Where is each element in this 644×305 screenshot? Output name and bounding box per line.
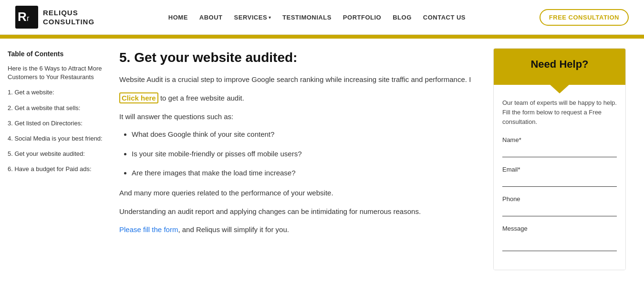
- intro-paragraph: Website Audit is a crucial step to impro…: [119, 74, 482, 86]
- nav-about[interactable]: ABOUT: [199, 14, 223, 21]
- click-here-link[interactable]: Click here: [119, 92, 158, 103]
- nav-contact-us[interactable]: CONTACT US: [423, 14, 466, 21]
- name-field-container: Name*: [502, 136, 617, 157]
- gold-accent-bar: [0, 35, 644, 39]
- table-of-contents: Table of Contents Here is the 6 Ways to …: [8, 48, 108, 270]
- main-layout: Table of Contents Here is the 6 Ways to …: [0, 39, 644, 280]
- message-field-container: Message: [502, 225, 617, 253]
- email-field-container: Email*: [502, 166, 617, 187]
- answer-line: It will answer the questions such as:: [119, 111, 482, 123]
- email-input[interactable]: [502, 175, 617, 187]
- free-consultation-button[interactable]: FREE CONSULTATION: [540, 9, 629, 26]
- form-body: Our team of experts will be happy to hel…: [494, 85, 625, 270]
- site-header: R r RELIQUS CONSULTING HOME ABOUT SERVIC…: [0, 0, 644, 35]
- nav-testimonials[interactable]: TESTIMONIALS: [282, 14, 332, 21]
- nav-services[interactable]: SERVICES ▾: [234, 14, 271, 21]
- form-header-title: Need Help?: [502, 58, 617, 71]
- svg-text:r: r: [27, 14, 30, 22]
- nav-blog[interactable]: BLOG: [393, 14, 412, 21]
- help-form-card: Need Help? Our team of experts will be h…: [493, 48, 626, 270]
- email-label: Email*: [502, 166, 617, 173]
- form-description: Our team of experts will be happy to hel…: [502, 98, 617, 127]
- toc-item-6[interactable]: 6. Have a budget for Paid ads:: [8, 165, 108, 173]
- toc-list: Here is the 6 Ways to Attract More Custo…: [8, 64, 108, 174]
- form-header-arrow: [549, 84, 570, 93]
- bullet-3: Are there images that make the load time…: [132, 168, 482, 179]
- svg-text:R: R: [18, 10, 27, 24]
- toc-item-1[interactable]: 1. Get a website:: [8, 88, 108, 97]
- logo-icon: R r: [15, 6, 38, 29]
- form-sidebar: Need Help? Our team of experts will be h…: [493, 48, 626, 270]
- please-paragraph: Please fill the form, and Reliqus will s…: [119, 224, 482, 236]
- main-nav: HOME ABOUT SERVICES ▾ TESTIMONIALS PORTF…: [168, 14, 466, 21]
- bullet-2: Is your site mobile-friendly or pisses o…: [132, 149, 482, 160]
- section-body: Website Audit is a crucial step to impro…: [119, 74, 482, 236]
- message-label: Message: [502, 225, 617, 232]
- form-header: Need Help?: [494, 49, 625, 85]
- toc-item-2[interactable]: 2. Get a website that sells:: [8, 104, 108, 112]
- understanding-paragraph: Understanding an audit report and applyi…: [119, 206, 482, 218]
- nav-portfolio[interactable]: PORTFOLIO: [343, 14, 381, 21]
- toc-item-4[interactable]: 4. Social Media is your best friend:: [8, 134, 108, 143]
- toc-item-3[interactable]: 3. Get listed on Directories:: [8, 119, 108, 128]
- logo[interactable]: R r RELIQUS CONSULTING: [15, 6, 94, 29]
- section-title: 5. Get your website audited:: [119, 50, 482, 65]
- toc-title: Table of Contents: [8, 50, 108, 58]
- nav-home[interactable]: HOME: [168, 14, 188, 21]
- article-content: 5. Get your website audited: Website Aud…: [119, 48, 482, 270]
- please-fill-form-link[interactable]: Please fill the form: [119, 225, 178, 234]
- phone-input[interactable]: [502, 204, 617, 216]
- name-input[interactable]: [502, 145, 617, 157]
- toc-item-5[interactable]: 5. Get your website audited:: [8, 150, 108, 158]
- many-more-paragraph: And many more queries related to the per…: [119, 187, 482, 199]
- audit-bullets: What does Google think of your site cont…: [119, 129, 482, 179]
- phone-field-container: Phone: [502, 195, 617, 216]
- bullet-1: What does Google think of your site cont…: [132, 129, 482, 140]
- message-input[interactable]: [502, 234, 617, 251]
- chevron-down-icon: ▾: [269, 15, 271, 20]
- toc-item-intro[interactable]: Here is the 6 Ways to Attract More Custo…: [8, 64, 108, 81]
- name-label: Name*: [502, 136, 617, 143]
- click-here-paragraph: Click here to get a free website audit.: [119, 92, 482, 104]
- logo-text: RELIQUS CONSULTING: [43, 8, 94, 27]
- phone-label: Phone: [502, 195, 617, 203]
